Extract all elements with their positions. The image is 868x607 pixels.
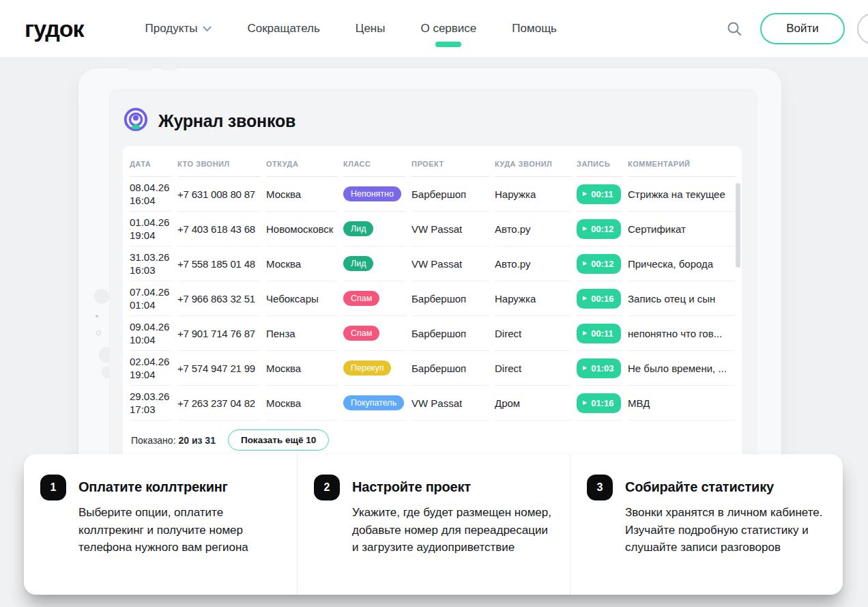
bezel-camera-dot (96, 315, 98, 317)
cell-class: Спам (343, 316, 406, 351)
column-header: ЗАПИСЬ (577, 146, 622, 177)
shown-count: Показано: 20 из 31 (131, 435, 216, 446)
column-header: ПРОЕКТ (411, 146, 489, 177)
cell-date: 02.04.2619:04 (130, 351, 172, 386)
shown-label: Показано: (131, 435, 176, 446)
step-number-badge: 1 (40, 475, 66, 500)
play-recording-button[interactable]: ▶00:11 (577, 324, 621, 343)
device-mockup: Журнал звонков ДАТАКТО ЗВОНИЛОТКУДАКЛАСС… (78, 68, 781, 505)
nav-item-о-сервисе[interactable]: О сервисе (420, 22, 476, 36)
play-icon: ▶ (583, 191, 587, 197)
cell-caller-phone: +7 403 618 43 68 (177, 212, 261, 246)
play-recording-button[interactable]: ▶00:16 (577, 289, 621, 309)
step-number-badge: 2 (314, 475, 340, 500)
play-recording-button[interactable]: ▶00:12 (577, 219, 621, 239)
nav-item-продукты[interactable]: Продукты (145, 22, 212, 36)
device-screen: Журнал звонков ДАТАКТО ЗВОНИЛОТКУДАКЛАСС… (109, 89, 757, 505)
cell-comment: Не было времени, ... (628, 351, 735, 386)
cell-date: 29.03.2617:03 (130, 386, 172, 421)
cell-called-to: Наружка (495, 281, 571, 316)
cell-date: 09.04.2610:04 (130, 316, 172, 351)
shown-value: 20 из 31 (178, 435, 216, 446)
cell-class: Перекуп (343, 351, 406, 386)
table-row: 29.03.2617:03+7 263 237 04 82МоскваПокуп… (130, 386, 735, 421)
step-title: Собирайте статистику (625, 479, 825, 495)
table-scrollbar[interactable] (736, 183, 740, 268)
step-description: Выберите опции, оплатите коллтрекинг и п… (78, 504, 279, 556)
nav-item-сокращатель[interactable]: Сокращатель (247, 22, 319, 36)
cell-recording: ▶00:12 (577, 212, 622, 246)
step-title: Оплатите коллтрекинг (78, 479, 279, 495)
cell-recording: ▶00:16 (577, 281, 622, 316)
cell-caller-phone: +7 263 237 04 82 (177, 386, 261, 421)
nav-item-цены[interactable]: Цены (356, 22, 386, 36)
column-header: ДАТА (130, 146, 172, 177)
cell-caller-phone: +7 558 185 01 48 (177, 246, 261, 281)
play-recording-button[interactable]: ▶01:03 (577, 358, 621, 378)
cell-class: Спам (343, 281, 406, 316)
play-icon: ▶ (583, 400, 587, 406)
step-description: Звонки хранятся в личном кабинете. Изуча… (625, 504, 825, 556)
cell-called-to: Авто.ру (495, 246, 571, 281)
nav-item-label: Сокращатель (247, 22, 319, 36)
play-icon: ▶ (583, 226, 587, 231)
play-icon: ▶ (583, 330, 587, 336)
logo[interactable]: гудок (25, 16, 84, 42)
class-badge: Покупатель (343, 395, 404, 410)
cell-project: VW Passat (411, 386, 489, 421)
play-icon: ▶ (583, 261, 587, 266)
show-more-button[interactable]: Показать ещё 10 (228, 429, 329, 451)
call-log-icon (123, 107, 149, 135)
cell-comment: МВД (628, 386, 735, 421)
signup-button-partial[interactable] (857, 13, 868, 44)
cell-comment: Стрижка на текущее (628, 177, 735, 212)
search-icon[interactable] (726, 20, 742, 37)
table-row: 31.03.2616:03+7 558 185 01 48МоскваЛидVW… (130, 246, 735, 281)
cell-called-to: Наружка (495, 177, 571, 212)
top-navbar: гудок ПродуктыСокращательЦеныО сервисеПо… (0, 0, 868, 58)
nav-item-label: Цены (356, 22, 386, 36)
nav-item-помощь[interactable]: Помощь (512, 22, 557, 36)
table-row: 01.04.2619:04+7 403 618 43 68Новомосковс… (130, 212, 735, 246)
table-row: 09.04.2610:04+7 901 714 76 87ПензаСпамБа… (130, 316, 735, 351)
column-header: КУДА ЗВОНИЛ (495, 146, 571, 177)
cell-caller-phone: +7 574 947 21 99 (177, 351, 261, 386)
cell-class: Лид (343, 246, 406, 281)
cell-project: VW Passat (411, 212, 489, 246)
nav-item-label: Продукты (145, 22, 198, 36)
play-recording-button[interactable]: ▶00:12 (577, 254, 621, 274)
cell-from-city: Москва (266, 246, 338, 281)
cell-project: VW Passat (411, 246, 489, 281)
table-header-row: ДАТАКТО ЗВОНИЛОТКУДАКЛАССПРОЕКТКУДА ЗВОН… (130, 146, 735, 177)
class-badge: Лид (343, 256, 373, 271)
cell-recording: ▶00:11 (577, 316, 622, 351)
column-header: КТО ЗВОНИЛ (177, 146, 261, 177)
device-top-button (162, 63, 175, 70)
nav-item-label: Помощь (512, 22, 557, 36)
play-recording-button[interactable]: ▶01:16 (577, 393, 621, 413)
main-nav: ПродуктыСокращательЦеныО сервисеПомощь (145, 22, 557, 36)
class-badge: Перекуп (343, 361, 391, 376)
bezel-camera-dot (94, 289, 109, 304)
table-row: 08.04.2616:04+7 631 008 80 87МоскваНепон… (130, 177, 735, 212)
cell-date: 07.04.2601:04 (130, 281, 172, 316)
cell-project: Барбершоп (411, 281, 489, 316)
step-card: 1Оплатите коллтрекингВыберите опции, опл… (24, 454, 297, 595)
cell-from-city: Новомосковск (266, 212, 338, 246)
cell-from-city: Москва (266, 351, 338, 386)
steps-panel: 1Оплатите коллтрекингВыберите опции, опл… (24, 454, 843, 595)
play-recording-button[interactable]: ▶00:11 (577, 184, 621, 204)
step-title: Настройте проект (352, 479, 552, 495)
bezel-camera-dot (96, 330, 101, 335)
step-card: 2Настройте проектУкажите, где будет разм… (297, 454, 570, 595)
table-row: 07.04.2601:04+7 966 863 32 51ЧебоксарыСп… (130, 281, 735, 316)
active-nav-underline (435, 42, 461, 47)
cell-recording: ▶00:12 (577, 246, 622, 281)
step-body: Оплатите коллтрекингВыберите опции, опла… (78, 475, 279, 595)
cell-project: Барбершоп (411, 177, 489, 212)
cell-called-to: Дром (495, 386, 571, 421)
login-button[interactable]: Войти (760, 13, 845, 44)
cell-caller-phone: +7 966 863 32 51 (177, 281, 261, 316)
cell-recording: ▶00:11 (577, 177, 622, 212)
step-body: Настройте проектУкажите, где будет разме… (352, 475, 552, 595)
